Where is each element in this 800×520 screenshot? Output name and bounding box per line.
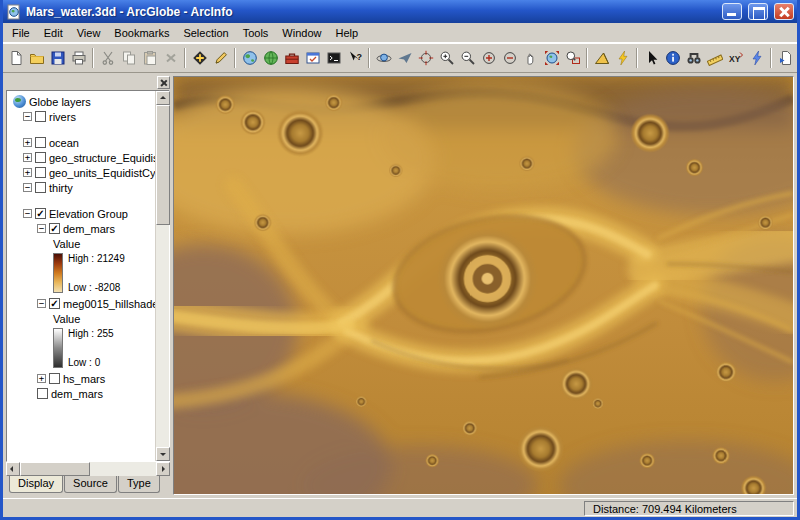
navigate-button[interactable]	[373, 47, 394, 69]
menu-tools[interactable]: Tools	[236, 24, 276, 42]
command-line-button[interactable]	[323, 47, 344, 69]
delete-button[interactable]	[160, 47, 181, 69]
layer-checkbox[interactable]: ✓	[49, 223, 60, 234]
expand-toggle[interactable]: +	[37, 374, 46, 383]
menu-bookmarks[interactable]: Bookmarks	[107, 24, 176, 42]
layer-checkbox[interactable]	[35, 152, 46, 163]
collapse-toggle[interactable]: −	[23, 209, 32, 218]
measure-button[interactable]	[704, 47, 725, 69]
horizontal-scroll-thumb[interactable]	[20, 462, 90, 476]
scroll-right-button[interactable]	[156, 462, 170, 476]
layer-dem-mars: −✓dem_mars	[7, 221, 155, 236]
layer-label[interactable]: rivers	[49, 111, 76, 123]
toc-vertical-scrollbar[interactable]	[155, 91, 169, 461]
layer-label[interactable]: Elevation Group	[49, 208, 128, 220]
layer-label[interactable]: dem_mars	[63, 223, 115, 235]
identify-button[interactable]	[662, 47, 683, 69]
collapse-toggle[interactable]: −	[37, 224, 46, 233]
print-button[interactable]	[68, 47, 89, 69]
fixed-zoom-out-button[interactable]	[499, 47, 520, 69]
hyperlink-button[interactable]	[746, 47, 767, 69]
pan-button[interactable]	[520, 47, 541, 69]
find-button[interactable]	[683, 47, 704, 69]
layer-checkbox[interactable]	[49, 373, 60, 384]
toc-dock-grip[interactable]	[6, 76, 170, 90]
scroll-down-button[interactable]	[156, 447, 170, 461]
menu-selection[interactable]: Selection	[176, 24, 235, 42]
arctoolbox-button[interactable]	[281, 47, 302, 69]
save-button[interactable]	[47, 47, 68, 69]
expand-toggle[interactable]: +	[23, 168, 32, 177]
menu-window[interactable]: Window	[275, 24, 328, 42]
layer-checkbox[interactable]	[35, 111, 46, 122]
surface-slope-button[interactable]	[591, 47, 612, 69]
cut-button[interactable]	[97, 47, 118, 69]
spatial-view-button[interactable]	[260, 47, 281, 69]
layer-label[interactable]: Globe layers	[29, 96, 91, 108]
center-on-target-button[interactable]	[415, 47, 436, 69]
menu-file[interactable]: File	[5, 24, 37, 42]
layer-checkbox[interactable]	[35, 182, 46, 193]
layer-label[interactable]: geo_units_EquidistCyl	[49, 167, 155, 179]
collapse-toggle[interactable]: −	[37, 299, 46, 308]
menu-view[interactable]: View	[70, 24, 108, 42]
layer-label[interactable]: meg0015_hillshade.t	[63, 298, 155, 310]
layer-checkbox[interactable]: ✓	[35, 208, 46, 219]
layer-checkbox[interactable]	[35, 137, 46, 148]
maximize-button[interactable]	[748, 3, 768, 20]
expand-toggle[interactable]: +	[23, 138, 32, 147]
scroll-left-button[interactable]	[6, 462, 20, 476]
layer-label[interactable]: Value	[53, 313, 80, 325]
scroll-up-button[interactable]	[156, 91, 170, 105]
horizontal-scroll-track[interactable]	[20, 462, 156, 476]
map-viewport[interactable]	[173, 76, 794, 495]
layer-checkbox[interactable]	[37, 388, 48, 399]
legend-ramp-swatch	[53, 328, 63, 368]
toc-close-button[interactable]	[157, 76, 170, 89]
zoom-in-button[interactable]	[436, 47, 457, 69]
add-data-button[interactable]	[189, 47, 210, 69]
new-document-button[interactable]	[5, 47, 26, 69]
layer-label[interactable]: dem_mars	[51, 388, 103, 400]
whats-this-button[interactable]: ?	[344, 47, 365, 69]
layer-label[interactable]: Value	[53, 238, 80, 250]
go-to-xy-button[interactable]: XY	[725, 47, 746, 69]
menu-edit[interactable]: Edit	[37, 24, 70, 42]
vertical-scroll-thumb[interactable]	[156, 105, 170, 225]
tab-type[interactable]: Type	[118, 476, 160, 493]
fixed-zoom-in-button[interactable]	[478, 47, 499, 69]
paste-button[interactable]	[139, 47, 160, 69]
globe-icon	[13, 95, 26, 108]
layer-checkbox[interactable]: ✓	[49, 298, 60, 309]
layer-label[interactable]: thirty	[49, 182, 73, 194]
select-features-button[interactable]	[641, 47, 662, 69]
layer-label[interactable]: hs_mars	[63, 373, 105, 385]
tab-display[interactable]: Display	[9, 476, 63, 493]
expand-toggle[interactable]: +	[23, 153, 32, 162]
globe-view-button[interactable]	[239, 47, 260, 69]
full-extent-button[interactable]	[541, 47, 562, 69]
open-button[interactable]	[26, 47, 47, 69]
zoom-to-target-button[interactable]	[562, 47, 583, 69]
layer-label[interactable]: geo_structure_EquidistC	[49, 152, 155, 164]
collapse-toggle[interactable]: −	[23, 112, 32, 121]
editor-button[interactable]	[210, 47, 231, 69]
vertical-scroll-track[interactable]	[156, 105, 169, 447]
fly-button[interactable]	[394, 47, 415, 69]
toc-horizontal-scrollbar[interactable]	[6, 462, 170, 476]
layer-checkbox[interactable]	[35, 167, 46, 178]
menu-help[interactable]: Help	[328, 24, 365, 42]
viewer-window-button[interactable]	[775, 47, 796, 69]
copy-button[interactable]	[118, 47, 139, 69]
toc-body: Globe layers−rivers+ocean+geo_structure_…	[6, 90, 170, 462]
minimize-button[interactable]	[722, 3, 742, 20]
collapse-toggle[interactable]: −	[23, 183, 32, 192]
layer-label[interactable]: ocean	[49, 137, 79, 149]
spatial-analyst-button[interactable]	[612, 47, 633, 69]
close-button[interactable]	[774, 3, 794, 20]
tab-source[interactable]: Source	[64, 476, 117, 493]
zoom-out-button[interactable]	[457, 47, 478, 69]
title-bar[interactable]: Mars_water.3dd - ArcGlobe - ArcInfo	[3, 0, 797, 23]
model-builder-button[interactable]	[302, 47, 323, 69]
main-area: Globe layers−rivers+ocean+geo_structure_…	[3, 73, 797, 498]
